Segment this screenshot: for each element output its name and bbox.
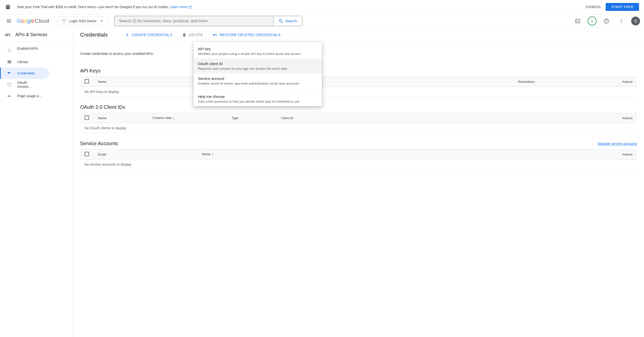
svg-point-17 (9, 49, 10, 50)
svg-point-14 (621, 19, 622, 20)
svg-point-15 (621, 20, 622, 21)
sidebar: API APIs & Services Enabled APIs … Libra… (0, 28, 73, 337)
page-header: Credentials CREATE CREDENTIALS DELETE RE… (73, 28, 644, 42)
gift-icon (5, 4, 11, 10)
key-icon (7, 71, 12, 76)
api-keys-table: Name Restrictions Actions No API keys to… (80, 77, 637, 97)
svg-rect-24 (11, 60, 11, 63)
dismiss-button[interactable]: DISMISS (586, 5, 601, 9)
sidebar-item-label: Enabled APIs … (17, 46, 42, 54)
svg-point-9 (64, 22, 64, 22)
sidebar-item-library[interactable]: Library (0, 56, 49, 68)
svg-rect-22 (9, 60, 9, 63)
empty-message: No OAuth clients to display (80, 123, 637, 133)
col-restrictions[interactable]: Restrictions (514, 77, 608, 87)
col-actions: Actions (608, 77, 637, 87)
library-icon (7, 59, 12, 64)
svg-rect-25 (8, 83, 11, 86)
svg-point-4 (6, 5, 8, 6)
delete-button[interactable]: DELETE (182, 33, 203, 37)
col-type[interactable]: Type (227, 113, 276, 123)
sidebar-title[interactable]: API APIs & Services (0, 28, 73, 42)
banner-text: Start your Free Trial with $300 in credi… (17, 5, 586, 9)
sidebar-item-enabled-apis[interactable]: Enabled APIs … (0, 45, 49, 56)
create-credentials-button[interactable]: CREATE CREDENTIALS (125, 33, 172, 37)
start-free-button[interactable]: START FREE (606, 3, 639, 11)
sidebar-item-label: OAuth consen… (17, 80, 42, 88)
dropdown-item-api-key[interactable]: API key Identifies your project using a … (194, 44, 322, 58)
section-title-api-keys: API Keys (80, 68, 637, 74)
dropdown-item-oauth-client-id[interactable]: OAuth client ID Requests user consent so… (194, 58, 322, 74)
oauth-clients-table: Name Creation date↓ Type Client ID Actio… (80, 113, 637, 133)
google-cloud-logo[interactable]: GoogleCloud (17, 18, 49, 24)
project-name: Logto SSO Demo (69, 19, 96, 23)
sidebar-item-credentials[interactable]: Credentials (0, 68, 49, 79)
sidebar-item-label: Library (17, 60, 28, 64)
user-avatar[interactable]: S (631, 16, 640, 26)
svg-point-16 (621, 22, 622, 23)
service-accounts-table: Email Name↑ Actions No service accounts … (80, 149, 637, 170)
dropdown-item-help-me-choose[interactable]: Help me choose Asks a few questions to h… (194, 92, 322, 106)
project-icon (62, 19, 66, 23)
page-title: Credentials (80, 32, 108, 38)
dropdown-divider (194, 90, 322, 90)
more-options-button[interactable] (616, 16, 626, 26)
sort-descending-icon: ↓ (172, 116, 174, 120)
empty-message: No API keys to display (80, 87, 637, 97)
chevron-down-icon (99, 18, 104, 24)
empty-message: No service accounts to display (80, 160, 637, 170)
svg-point-19 (10, 50, 11, 51)
select-all-checkbox[interactable] (84, 79, 89, 84)
search-container: Search (114, 16, 302, 26)
dropdown-item-service-account[interactable]: Service account Enables server-to-server… (194, 74, 322, 88)
section-title-service-accounts: Service Accounts Manage service accounts (80, 141, 637, 146)
page-usage-icon (7, 94, 12, 98)
sort-ascending-icon: ↑ (212, 152, 214, 156)
svg-rect-21 (8, 60, 8, 63)
hamburger-menu-button[interactable] (4, 16, 14, 26)
trash-icon (182, 33, 186, 37)
sidebar-item-label: Credentials (17, 71, 35, 75)
app-header: GoogleCloud Logto SSO Demo Search 1 S (0, 14, 644, 28)
col-name[interactable]: Name (94, 113, 148, 123)
trial-banner: Start your Free Trial with $300 in credi… (0, 0, 644, 14)
enabled-apis-icon (7, 48, 12, 53)
section-title-oauth: OAuth 2.0 Client IDs (80, 104, 637, 110)
svg-line-6 (190, 6, 192, 8)
manage-service-accounts-link[interactable]: Manage service accounts (598, 142, 637, 146)
col-email[interactable]: Email (94, 150, 197, 160)
main-content: Credentials CREATE CREDENTIALS DELETE RE… (73, 28, 644, 337)
notifications-button[interactable]: 1 (588, 16, 596, 26)
intro-text: Create credentials to access your enable… (80, 42, 637, 60)
svg-point-8 (64, 19, 66, 20)
select-all-checkbox[interactable] (84, 116, 89, 120)
search-button[interactable]: Search (273, 16, 302, 26)
col-actions: Actions (608, 150, 637, 160)
search-input[interactable] (114, 19, 273, 23)
svg-point-5 (8, 5, 10, 6)
svg-rect-23 (10, 60, 10, 63)
restore-icon (213, 33, 218, 37)
project-picker[interactable]: Logto SSO Demo (58, 16, 108, 26)
api-logo-icon: API (5, 33, 10, 37)
svg-point-18 (8, 50, 8, 51)
col-name[interactable]: Name↑ (197, 150, 608, 160)
cloud-shell-button[interactable] (573, 16, 583, 26)
svg-point-7 (62, 19, 63, 20)
help-button[interactable] (602, 16, 611, 26)
col-actions: Actions (608, 113, 637, 123)
col-creation-date[interactable]: Creation date↓ (148, 113, 227, 123)
svg-point-20 (9, 52, 10, 52)
plus-icon (125, 33, 129, 37)
sidebar-item-label: Page usage a… (17, 94, 42, 98)
col-client-id[interactable]: Client ID (276, 113, 608, 123)
select-all-checkbox[interactable] (84, 152, 89, 156)
restore-deleted-button[interactable]: RESTORE DELETED CREDENTIALS (213, 33, 281, 37)
learn-more-link[interactable]: Learn more (170, 5, 192, 9)
sidebar-item-oauth-consent[interactable]: OAuth consen… (0, 79, 49, 90)
create-credentials-dropdown: API key Identifies your project using a … (194, 42, 322, 106)
sidebar-item-page-usage[interactable]: Page usage a… (0, 90, 49, 102)
search-icon (278, 18, 284, 24)
oauth-consent-icon (7, 82, 12, 87)
